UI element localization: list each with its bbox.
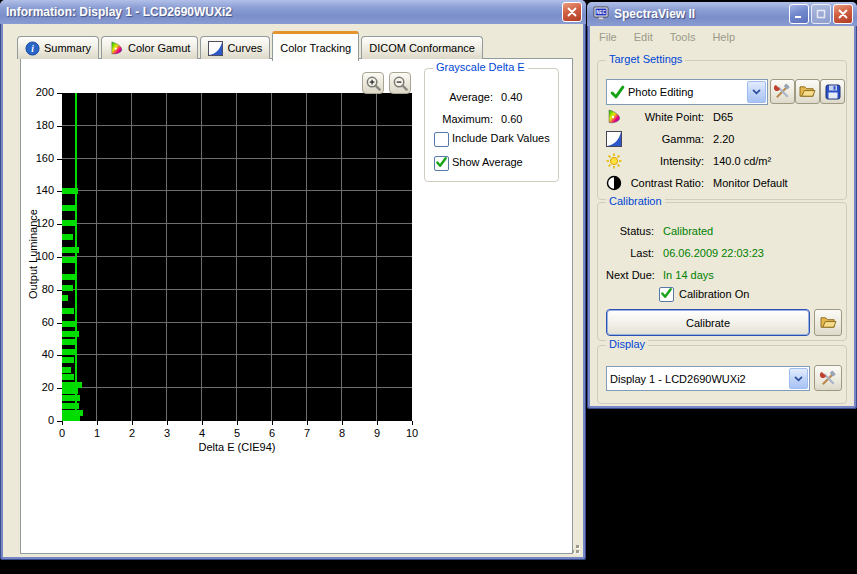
average-line bbox=[75, 93, 77, 421]
display-group: Display Display 1 - LCD2690WUXi2 bbox=[597, 345, 847, 404]
grid-line-vertical bbox=[131, 93, 132, 421]
x-axis-tick-label: 6 bbox=[260, 427, 284, 439]
display-settings-button[interactable] bbox=[814, 365, 842, 391]
include-dark-values-label[interactable]: Include Dark Values bbox=[452, 132, 550, 144]
target-open-button[interactable] bbox=[795, 79, 820, 104]
calibration-group: Calibration Status: Calibrated Last: 06.… bbox=[597, 202, 847, 341]
menu-help[interactable]: Help bbox=[712, 31, 735, 43]
show-average-checkbox[interactable] bbox=[434, 156, 449, 171]
x-axis-tick-label: 2 bbox=[120, 427, 144, 439]
target-settings-title: Target Settings bbox=[606, 53, 685, 65]
minimize-button[interactable] bbox=[789, 4, 809, 24]
maximum-row: Maximum: 0.60 bbox=[433, 113, 522, 125]
chart-bar bbox=[62, 357, 74, 363]
tab-content-panel: Delta E (CIE94) Output Luminance 0123456… bbox=[20, 58, 573, 554]
x-axis-label: Delta E (CIE94) bbox=[62, 441, 412, 453]
close-icon bbox=[567, 7, 577, 17]
target-edit-button[interactable] bbox=[770, 79, 795, 104]
maximize-icon bbox=[816, 9, 826, 19]
grid-line-vertical bbox=[166, 93, 167, 421]
tab-color-gamut[interactable]: Color Gamut bbox=[101, 36, 198, 59]
information-window-titlebar[interactable]: Information: Display 1 - LCD2690WUXi2 bbox=[0, 0, 586, 24]
last-value: 06.06.2009 22:03:23 bbox=[663, 247, 764, 259]
zoom-out-icon bbox=[392, 75, 409, 92]
intensity-row: Intensity: 140.0 cd/m² bbox=[626, 155, 771, 167]
spectraview-titlebar[interactable]: NEC SpectraView II bbox=[587, 2, 857, 26]
info-icon: i bbox=[25, 41, 40, 56]
maximize-button[interactable] bbox=[811, 4, 831, 24]
y-axis-tick bbox=[57, 323, 62, 324]
display-dropdown-value: Display 1 - LCD2690WUXi2 bbox=[607, 373, 788, 385]
grid-line-vertical bbox=[306, 93, 307, 421]
y-axis-tick bbox=[57, 355, 62, 356]
folder-open-icon bbox=[799, 84, 816, 99]
tab-curves[interactable]: Curves bbox=[200, 36, 270, 59]
check-icon bbox=[435, 156, 448, 169]
chevron-down-icon[interactable] bbox=[789, 368, 808, 389]
close-button[interactable] bbox=[562, 2, 582, 22]
grid-line-horizontal bbox=[62, 289, 412, 290]
y-axis-tick-label: 80 bbox=[28, 283, 54, 295]
x-axis-tick bbox=[412, 421, 413, 425]
white-point-icon bbox=[606, 109, 622, 125]
preset-dropdown[interactable]: Photo Editing bbox=[606, 79, 768, 105]
menu-bar: File Edit Tools Help bbox=[590, 26, 854, 47]
calibrate-button[interactable]: Calibrate bbox=[606, 309, 810, 336]
show-average-label[interactable]: Show Average bbox=[452, 156, 523, 168]
close-button[interactable] bbox=[833, 4, 853, 24]
tab-summary[interactable]: i Summary bbox=[17, 36, 99, 59]
grid-line-vertical bbox=[236, 93, 237, 421]
intensity-icon bbox=[606, 153, 622, 169]
close-icon bbox=[838, 9, 848, 19]
display-dropdown[interactable]: Display 1 - LCD2690WUXi2 bbox=[606, 366, 810, 391]
zoom-in-button[interactable] bbox=[362, 72, 384, 94]
folder-open-icon bbox=[820, 315, 837, 330]
tab-color-tracking[interactable]: Color Tracking bbox=[272, 31, 359, 61]
include-dark-values-checkbox[interactable] bbox=[434, 132, 449, 147]
contrast-ratio-row: Contrast Ratio: Monitor Default bbox=[626, 177, 788, 189]
chevron-down-icon[interactable] bbox=[747, 81, 766, 103]
average-row: Average: 0.40 bbox=[433, 91, 522, 103]
chart-bar bbox=[62, 274, 75, 280]
preset-dropdown-value: Photo Editing bbox=[625, 86, 746, 98]
curves-icon bbox=[208, 41, 223, 56]
y-axis-tick-label: 120 bbox=[28, 217, 54, 229]
x-axis-tick-label: 4 bbox=[190, 427, 214, 439]
grid-line-vertical bbox=[271, 93, 272, 421]
x-axis-tick-label: 1 bbox=[85, 427, 109, 439]
x-axis-tick-label: 8 bbox=[330, 427, 354, 439]
grid-line-horizontal bbox=[62, 354, 412, 355]
y-axis-tick bbox=[57, 290, 62, 291]
svg-text:i: i bbox=[31, 44, 34, 54]
menu-tools[interactable]: Tools bbox=[670, 31, 696, 43]
y-axis-tick-label: 100 bbox=[28, 250, 54, 262]
chart-bar bbox=[62, 257, 75, 263]
calibration-next-due-row: Next Due: In 14 days bbox=[606, 269, 714, 281]
grayscale-delta-e-group: Grayscale Delta E Average: 0.40 Maximum:… bbox=[424, 68, 559, 182]
chart-bar bbox=[62, 220, 76, 226]
zoom-out-button[interactable] bbox=[389, 72, 411, 94]
white-point-row: White Point: D65 bbox=[626, 111, 733, 123]
target-settings-group: Target Settings Photo Editing bbox=[597, 60, 847, 200]
tools-icon bbox=[774, 83, 791, 100]
y-axis-tick-label: 20 bbox=[28, 381, 54, 393]
tab-label: Summary bbox=[44, 42, 91, 54]
calibration-on-label[interactable]: Calibration On bbox=[679, 288, 749, 300]
y-axis-tick-label: 200 bbox=[28, 86, 54, 98]
menu-edit[interactable]: Edit bbox=[634, 31, 653, 43]
contrast-ratio-value: Monitor Default bbox=[713, 177, 788, 189]
calibration-open-button[interactable] bbox=[814, 309, 842, 336]
x-axis-tick-label: 9 bbox=[365, 427, 389, 439]
target-save-button[interactable] bbox=[820, 79, 845, 104]
tab-label: Curves bbox=[227, 42, 262, 54]
grid-line-vertical bbox=[201, 93, 202, 421]
y-axis-tick bbox=[57, 93, 62, 94]
x-axis-tick bbox=[307, 421, 308, 425]
menu-file[interactable]: File bbox=[599, 31, 617, 43]
chart-bar bbox=[62, 395, 80, 401]
grid-line-horizontal bbox=[62, 223, 412, 224]
spectraview-window-title: SpectraView II bbox=[614, 7, 787, 21]
minimize-icon bbox=[794, 9, 804, 19]
tab-dicom-conformance[interactable]: DICOM Conformance bbox=[361, 36, 483, 59]
calibration-on-checkbox[interactable] bbox=[659, 287, 674, 302]
